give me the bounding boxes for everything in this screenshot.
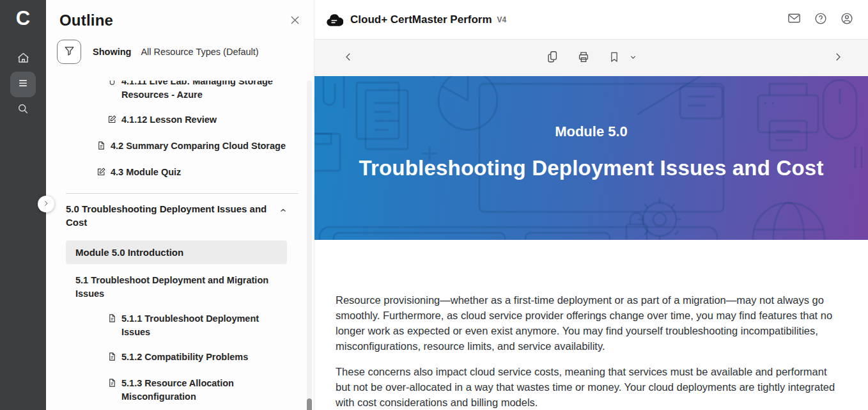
home-icon — [17, 51, 30, 67]
outline-panel: Outline Showing All Resource Types (Defa… — [46, 0, 314, 410]
tree-item-label: 4.1.11 Live Lab: Managing Storage Resour… — [121, 81, 287, 102]
bookmark-menu-button[interactable] — [629, 52, 637, 64]
tree-item-label: 5.1.3 Resource Allocation Misconfigurati… — [121, 377, 287, 404]
tree-item-label: 5.1 Troubleshoot Deployment and Migratio… — [75, 274, 287, 301]
forward-chevron-icon — [832, 51, 844, 65]
tree-item-5-1-1[interactable]: 5.1.1 Troubleshoot Deployment Issues — [46, 312, 314, 339]
outline-title: Outline — [59, 12, 113, 29]
menu-icon — [17, 77, 29, 92]
print-button[interactable] — [577, 50, 591, 67]
lesson-paragraph: Resource provisioning—whether as a first… — [336, 292, 842, 354]
bookmark-icon — [608, 51, 621, 66]
home-button[interactable] — [10, 46, 36, 72]
course-title: Cloud+ CertMaster Perform — [350, 13, 492, 26]
module-hero-banner: Module 5.0 Troubleshooting Deployment Is… — [314, 76, 868, 240]
outline-scrollbar-thumb[interactable] — [307, 398, 312, 410]
tree-item-4-1-11[interactable]: 4.1.11 Live Lab: Managing Storage Resour… — [46, 81, 314, 102]
course-header: Cloud+ CertMaster Perform V4 — [314, 0, 868, 40]
filter-showing-label: Showing — [93, 47, 131, 57]
course-version-badge: V4 — [497, 15, 507, 24]
filter-value: All Resource Types (Default) — [141, 47, 258, 57]
doc-icon — [97, 141, 106, 154]
tree-item-label: Module 5.0 Introduction — [75, 247, 183, 258]
tree-item-label: 5.1.1 Troubleshoot Deployment Issues — [121, 312, 287, 339]
lesson-paragraph: These concerns also impact cloud service… — [336, 364, 842, 410]
cloud-logo-icon — [326, 13, 343, 27]
module-title: Troubleshooting Deployment Issues and Co… — [314, 156, 868, 180]
help-icon — [814, 12, 828, 28]
tree-item-label: 4.1.12 Lesson Review — [121, 113, 217, 127]
outline-scrollbar-track[interactable] — [307, 81, 312, 407]
copy-button[interactable] — [545, 50, 559, 67]
mail-icon — [787, 11, 802, 28]
doc-icon — [107, 352, 117, 365]
print-icon — [577, 50, 591, 67]
chevron-down-icon — [629, 52, 637, 64]
outline-menu-button[interactable] — [10, 72, 36, 97]
close-outline-button[interactable] — [289, 14, 301, 29]
messages-button[interactable] — [787, 11, 802, 28]
edit-icon — [107, 114, 117, 128]
help-button[interactable] — [814, 12, 828, 28]
lesson-body: Resource provisioning—whether as a first… — [314, 240, 868, 410]
filter-icon — [63, 45, 75, 59]
main-content: Cloud+ CertMaster Perform V4 — [314, 0, 868, 410]
tree-item-4-1-12[interactable]: 4.1.12 Lesson Review — [46, 113, 314, 128]
search-button[interactable] — [10, 97, 36, 123]
chevron-right-icon — [42, 198, 50, 210]
copy-icon — [545, 50, 559, 67]
tree-divider — [66, 193, 298, 194]
tree-item-4-2[interactable]: 4.2 Summary Comparing Cloud Storage — [46, 139, 314, 154]
tree-item-label: 5.1.2 Compatibility Problems — [121, 351, 248, 364]
edit-icon — [97, 167, 106, 180]
doc-icon — [107, 378, 117, 391]
tree-section-label: 5.0 Troubleshooting Deployment Issues an… — [66, 202, 275, 229]
bookmark-button[interactable] — [608, 51, 621, 66]
tree-item-module-5-0-introduction[interactable]: Module 5.0 Introduction — [66, 240, 287, 264]
app-logo: C — [0, 0, 46, 37]
close-icon — [289, 17, 301, 28]
tree-item-5-1[interactable]: 5.1 Troubleshoot Deployment and Migratio… — [46, 274, 314, 301]
search-icon — [17, 102, 29, 118]
mouse-icon — [107, 81, 117, 90]
tree-item-5-1-2[interactable]: 5.1.2 Compatibility Problems — [46, 351, 314, 365]
profile-icon — [840, 12, 854, 28]
tree-item-4-3[interactable]: 4.3 Module Quiz — [46, 166, 314, 180]
chevron-up-icon — [279, 204, 287, 217]
collapse-panel-handle[interactable] — [38, 196, 54, 212]
lesson-toolbar — [314, 40, 868, 76]
tree-section-5-0[interactable]: 5.0 Troubleshooting Deployment Issues an… — [46, 202, 314, 229]
module-number: Module 5.0 — [314, 123, 868, 140]
tree-item-label: 4.3 Module Quiz — [111, 166, 181, 179]
tree-item-5-1-3[interactable]: 5.1.3 Resource Allocation Misconfigurati… — [46, 377, 314, 404]
outline-tree: 4.1.11 Live Lab: Managing Storage Resour… — [46, 81, 314, 410]
doc-icon — [107, 313, 117, 327]
tree-item-label: 4.2 Summary Comparing Cloud Storage — [111, 139, 286, 153]
next-page-button[interactable] — [832, 51, 844, 65]
profile-button[interactable] — [840, 12, 854, 28]
filter-button[interactable] — [57, 40, 81, 64]
